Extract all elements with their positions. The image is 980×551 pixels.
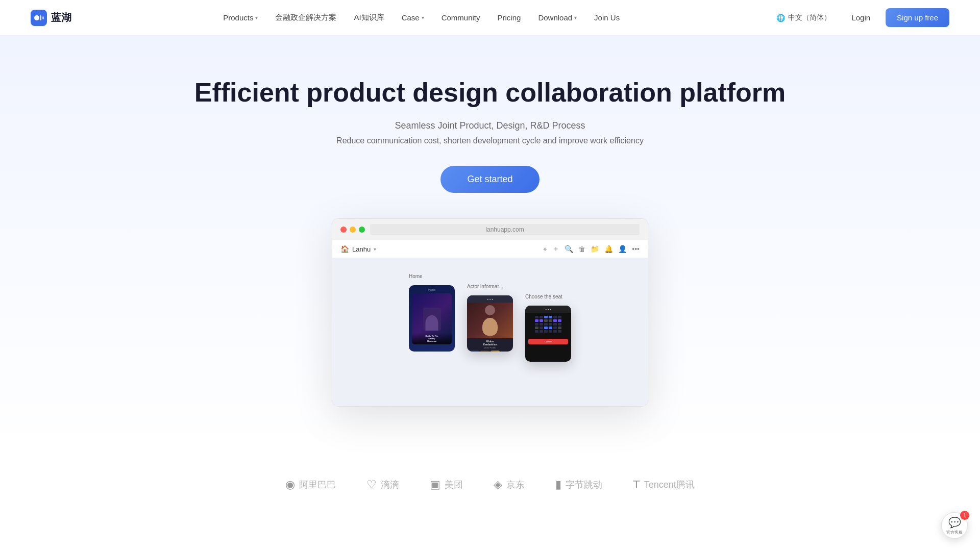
seat	[540, 330, 543, 333]
seat	[535, 316, 538, 318]
seat	[540, 319, 543, 322]
seat-row-4	[528, 327, 568, 329]
add-icon: ＋	[552, 244, 559, 254]
chevron-down-icon: ▾	[255, 15, 258, 20]
home-screen-group: Home Home	[409, 273, 455, 391]
get-started-button[interactable]: Get started	[440, 166, 539, 193]
seat-screen-group: Choose the seat ● ● ●	[525, 294, 571, 391]
globe-icon: 🌐	[776, 14, 785, 22]
seat	[544, 330, 548, 333]
seat-row-3	[528, 323, 568, 325]
chevron-down-icon: ▾	[574, 15, 577, 20]
actor-hair	[485, 305, 495, 315]
seat	[544, 327, 548, 329]
actor-name: KhloeKardashian	[467, 338, 513, 346]
seat	[558, 327, 561, 329]
nav-case[interactable]: Case ▾	[395, 10, 431, 25]
partner-didi: ♡ 滴滴	[366, 478, 399, 491]
alibaba-text: 阿里巴巴	[299, 479, 336, 491]
seat-row-5	[528, 330, 568, 333]
browser-mockup: lanhuapp.com 🏠 Lanhu ▾ ⌖ ＋ 🔍 🗑 📁 🔔 👤 •••	[332, 218, 648, 407]
seat-screen: ● ● ●	[525, 306, 571, 362]
language-selector[interactable]: 🌐 中文（简体）	[771, 10, 836, 26]
thumbnail-1	[470, 350, 479, 352]
search-icon: 🔍	[565, 245, 573, 253]
didi-icon: ♡	[366, 478, 377, 491]
seat	[544, 323, 548, 325]
seat	[535, 327, 538, 329]
bytedance-text: 字节跳动	[566, 479, 602, 491]
nav-community[interactable]: Community	[434, 10, 487, 25]
nav-products[interactable]: Products ▾	[216, 10, 265, 25]
user-icon: 👤	[618, 245, 627, 253]
actor-face	[482, 318, 498, 336]
home-screen-label: Home	[409, 273, 423, 279]
actor-image	[467, 303, 513, 338]
nav-join-us[interactable]: Join Us	[587, 10, 627, 25]
actor-screen-label: Actor informat...	[467, 284, 503, 289]
silhouette	[426, 315, 438, 331]
actor-header-dots: ● ● ●	[487, 297, 493, 300]
seat	[535, 330, 538, 333]
hero-title: Efficient product design collaboration p…	[10, 77, 970, 108]
meituan-icon: ▣	[430, 478, 440, 491]
maximize-button-dot	[359, 227, 365, 233]
actor-thumbnails	[467, 349, 513, 352]
nav-download[interactable]: Download ▾	[531, 10, 584, 25]
svg-rect-2	[40, 15, 41, 20]
movie-card: Guide To TheGalaxyShowmax	[412, 293, 452, 344]
tencent-icon: T	[633, 478, 640, 491]
seat	[540, 327, 543, 329]
seat	[558, 319, 561, 322]
delete-icon: 🗑	[578, 245, 585, 253]
browser-traffic-lights	[340, 227, 365, 233]
seat	[553, 319, 557, 322]
partner-alibaba: ◉ 阿里巴巴	[285, 478, 336, 491]
seat-header-dots: ● ● ●	[545, 308, 551, 311]
seat	[553, 323, 557, 325]
browser-url-bar[interactable]: lanhuapp.com	[370, 224, 640, 235]
tencent-text: Tencent腾讯	[644, 479, 695, 491]
jingdong-icon: ◈	[494, 478, 502, 491]
seat	[540, 316, 543, 318]
partner-meituan: ▣ 美团	[430, 478, 463, 491]
seat-cta-button: Confirm	[528, 339, 568, 344]
chat-badge: 1	[960, 511, 969, 520]
nav-ai[interactable]: AI知识库	[347, 10, 391, 26]
seat	[549, 316, 552, 318]
signup-button[interactable]: Sign up free	[886, 8, 949, 27]
seat	[535, 323, 538, 325]
seat-row-2	[528, 319, 568, 322]
header-right: 🌐 中文（简体） Login Sign up free	[771, 8, 949, 27]
thumbnail-3	[491, 350, 500, 352]
minimize-button-dot	[350, 227, 356, 233]
didi-text: 滴滴	[381, 479, 399, 491]
nav-pricing[interactable]: Pricing	[491, 10, 528, 25]
seat-header: ● ● ●	[525, 306, 571, 313]
chevron-icon: ▾	[374, 246, 376, 252]
close-button-dot	[340, 227, 347, 233]
notification-icon: 🔔	[604, 245, 613, 253]
seat	[544, 319, 548, 322]
app-toolbar: ⌖ ＋ 🔍 🗑 📁 🔔 👤 •••	[543, 244, 640, 254]
more-icon: •••	[632, 245, 640, 253]
partner-jingdong: ◈ 京东	[494, 478, 525, 491]
logo-text: 蓝湖	[51, 11, 71, 24]
seat	[540, 323, 543, 325]
seat	[549, 319, 552, 322]
seat	[553, 316, 557, 318]
workspace-label: Lanhu	[352, 245, 371, 253]
nav-finance[interactable]: 金融政企解决方案	[268, 10, 344, 26]
logo[interactable]: 蓝湖	[31, 10, 71, 26]
browser-bar: lanhuapp.com	[332, 219, 648, 240]
bytedance-icon: ▮	[555, 478, 561, 491]
logo-icon	[31, 10, 47, 26]
svg-point-1	[34, 15, 39, 20]
header: 蓝湖 Products ▾ 金融政企解决方案 AI知识库 Case ▾ Comm…	[0, 0, 980, 36]
partner-tencent: T Tencent腾讯	[633, 478, 695, 491]
movie-title: Guide To TheGalaxyShowmax	[414, 335, 450, 343]
seat-grid	[525, 313, 571, 337]
chat-icon: 💬	[948, 516, 961, 522]
login-button[interactable]: Login	[844, 10, 877, 25]
seat	[549, 330, 552, 333]
